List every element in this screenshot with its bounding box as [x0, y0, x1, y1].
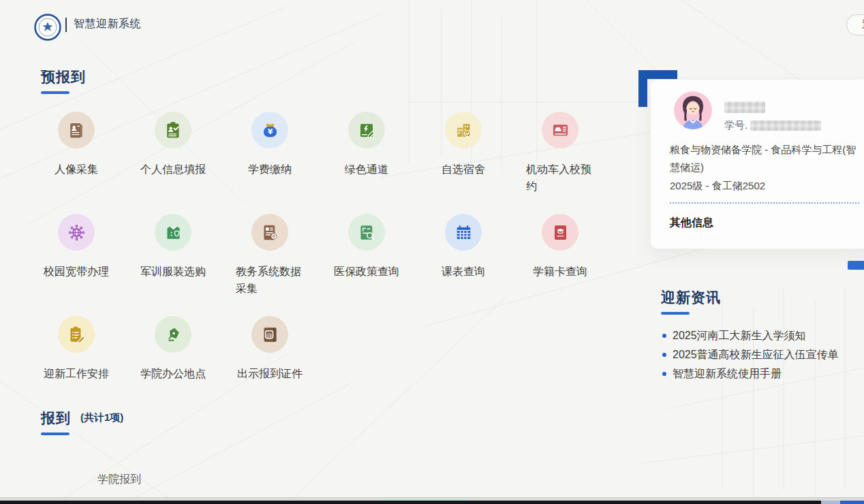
- system-title: 智慧迎新系统: [74, 17, 141, 31]
- tile-label: 迎新工作安排: [28, 366, 125, 383]
- tile-work-schedule[interactable]: 迎新工作安排: [28, 313, 125, 415]
- student-id-label: 学号.: [724, 119, 747, 132]
- tuition-pay-icon: ¥: [251, 112, 288, 148]
- tile-label: 军训服装选购: [125, 264, 221, 281]
- bottom-bar-steel: [821, 501, 840, 504]
- student-id-row: 学号.: [724, 119, 821, 132]
- university-seal-logo: [34, 14, 61, 41]
- welcome-system-page: 智慧迎新系统 退出 预报到 人像采集个人信息填报¥学费缴纳绿色通道自选宿舍机动车…: [0, 0, 864, 504]
- tile-tuition-pay[interactable]: ¥学费缴纳: [221, 109, 318, 211]
- personal-info-icon: [155, 112, 191, 148]
- work-schedule-icon: [58, 316, 95, 353]
- logout-button[interactable]: 退出: [846, 14, 864, 35]
- tile-edu-data[interactable]: 教务系统数据采集: [221, 211, 318, 313]
- dorm-select-icon: [445, 112, 482, 148]
- news-item-text: 2025河南工大新生入学须知: [673, 326, 806, 345]
- tile-timetable[interactable]: 课表查询: [415, 211, 512, 313]
- uniform-buy-icon: [155, 214, 191, 251]
- side-widget-chip[interactable]: [848, 261, 864, 270]
- bullet-dot-icon: [662, 353, 666, 357]
- office-location-icon: [155, 316, 191, 353]
- tile-label: 学籍卡查询: [512, 264, 608, 281]
- bullet-dot-icon: [662, 334, 666, 338]
- tile-label: 校园宽带办理: [28, 264, 125, 281]
- avatar: [674, 91, 712, 129]
- student-card-icon: [542, 214, 578, 251]
- edu-data-icon: [251, 214, 288, 251]
- tile-label: 医保政策查询: [318, 264, 415, 281]
- news-item-text: 智慧迎新系统使用手册: [673, 364, 782, 383]
- news-item[interactable]: 2025河南工大新生入学须知: [661, 326, 864, 345]
- pre-register-tile-grid: 人像采集个人信息填报¥学费缴纳绿色通道自选宿舍机动车入校预约校园宽带办理军训服装…: [28, 109, 608, 415]
- tile-label: 课表查询: [415, 264, 512, 281]
- svg-text:¥: ¥: [267, 127, 273, 136]
- tile-green-channel[interactable]: 绿色通道: [318, 109, 415, 211]
- bullet-dot-icon: [662, 372, 666, 376]
- bottom-bar-dark: [0, 501, 821, 504]
- tile-label: 个人信息填报: [125, 161, 221, 178]
- news-item-text: 2025普通高校新生应征入伍宣传单: [673, 345, 839, 364]
- medical-policy-icon: [348, 214, 385, 251]
- pre-register-title: 预报到: [41, 67, 86, 86]
- news-list: 2025河南工大新生入学须知2025普通高校新生应征入伍宣传单智慧迎新系统使用手…: [661, 326, 864, 383]
- student-id-blurred: [750, 121, 821, 131]
- tile-show-certificate[interactable]: @出示报到证件: [221, 313, 318, 415]
- bottom-bar-blue: [840, 501, 864, 504]
- tile-broadband[interactable]: 校园宽带办理: [28, 211, 125, 313]
- tile-dorm-select[interactable]: 自选宿舍: [415, 109, 512, 211]
- student-name-blurred: [724, 101, 765, 113]
- tile-vehicle-entry[interactable]: 机动车入校预约: [512, 109, 608, 211]
- tile-personal-info[interactable]: 个人信息填报: [125, 109, 221, 211]
- college-major-text: 粮食与物资储备学院 - 食品科学与工程(智慧储运): [670, 141, 862, 176]
- student-profile-card: 学号. 粮食与物资储备学院 - 食品科学与工程(智慧储运) 2025级 - 食工…: [651, 80, 864, 249]
- svg-text:@: @: [266, 331, 272, 338]
- tile-office-location[interactable]: 学院办公地点: [125, 313, 221, 415]
- news-item[interactable]: 2025普通高校新生应征入伍宣传单: [661, 345, 864, 364]
- tile-label: 教务系统数据采集: [221, 264, 318, 298]
- tile-label: 人像采集: [28, 161, 125, 178]
- vehicle-entry-icon: [542, 112, 578, 148]
- timetable-icon: [445, 214, 482, 251]
- tile-label: 学院办公地点: [125, 366, 221, 383]
- news-title: 迎新资讯: [661, 288, 864, 307]
- broadband-icon: [58, 214, 95, 251]
- news-section: 迎新资讯 2025河南工大新生入学须知2025普通高校新生应征入伍宣传单智慧迎新…: [661, 288, 864, 383]
- register-section-header: 报到 (共计1项): [41, 409, 123, 435]
- tile-label: 出示报到证件: [221, 366, 318, 383]
- register-item-college[interactable]: 学院报到: [97, 473, 141, 487]
- portrait-capture-icon: [58, 112, 95, 148]
- green-channel-icon: [348, 112, 385, 148]
- tile-student-card[interactable]: 学籍卡查询: [512, 211, 608, 313]
- news-item[interactable]: 智慧迎新系统使用手册: [661, 364, 864, 383]
- pre-register-section-header: 预报到: [41, 67, 86, 94]
- tile-label: 绿色通道: [318, 161, 415, 178]
- show-certificate-icon: @: [251, 316, 288, 353]
- tile-uniform-buy[interactable]: 军训服装选购: [125, 211, 221, 313]
- header-divider: [65, 18, 67, 32]
- other-info-heading: 其他信息: [670, 216, 713, 230]
- title-underline: [41, 432, 70, 435]
- tile-label: 机动车入校预约: [512, 161, 608, 195]
- tile-medical-policy[interactable]: 医保政策查询: [318, 211, 415, 313]
- tile-label: 自选宿舍: [415, 161, 512, 178]
- tile-portrait-capture[interactable]: 人像采集: [28, 109, 125, 211]
- dotted-divider: [670, 202, 859, 204]
- title-underline: [661, 312, 690, 315]
- title-underline: [41, 91, 70, 94]
- tile-label: 学费缴纳: [221, 161, 318, 178]
- register-count-note: (共计1项): [80, 411, 123, 424]
- grade-class-text: 2025级 - 食工储2502: [670, 180, 765, 193]
- register-title: 报到: [41, 409, 71, 428]
